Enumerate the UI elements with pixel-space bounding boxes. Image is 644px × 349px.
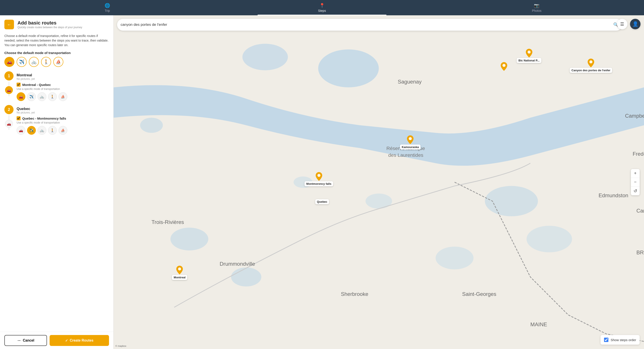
step-1-number: 1	[4, 71, 14, 81]
create-check-icon: ✓	[65, 338, 68, 343]
cancel-button[interactable]: ← ← Cancel	[4, 335, 47, 346]
panel-subtitle: Quickly create routes between the steps …	[18, 26, 82, 29]
back-button[interactable]: ←	[4, 20, 14, 29]
route-2-checkbox[interactable]	[16, 116, 20, 120]
svg-text:Trois-Rivières: Trois-Rivières	[152, 219, 184, 225]
route-1-checkbox[interactable]	[16, 83, 20, 87]
marker-canyon[interactable]: Canyon des portes de l'enfer	[570, 59, 612, 73]
step-1-info: Montreal No pictures, yet	[16, 71, 35, 81]
route-1-sublabel: Use a specific mode of transportation	[16, 88, 109, 91]
zoom-out-button[interactable]: −	[631, 178, 640, 187]
svg-point-8	[140, 118, 163, 133]
svg-rect-0	[114, 15, 644, 349]
left-panel: ← Add basic routes Quickly create routes…	[0, 15, 114, 349]
show-steps-order-control: Show steps order	[600, 335, 640, 345]
panel-title: Add basic routes	[18, 20, 82, 26]
panel-header: ← Add basic routes Quickly create routes…	[0, 15, 114, 32]
tab-trip[interactable]: 🌐 Trip	[0, 0, 215, 15]
menu-button[interactable]: ☰	[617, 19, 628, 29]
route-connector-2: 🚗 Quebec - Montmorency falls Use a speci…	[4, 116, 109, 137]
top-navigation: 🌐 Trip 📍 Steps 📷 Photos	[0, 0, 644, 15]
tab-trip-label: Trip	[105, 9, 110, 13]
marker-kamouraska[interactable]: Kamouraska	[400, 135, 420, 150]
svg-text:Campbell...: Campbell...	[625, 113, 644, 119]
user-avatar-button[interactable]: 👤	[630, 19, 640, 29]
create-routes-button[interactable]: ✓ Create Routes	[50, 335, 109, 346]
route-1-label: Montreal - Quebec	[22, 83, 51, 87]
connector-line-top-2	[9, 116, 9, 120]
svg-text:des Laurentides: des Laurentides	[388, 152, 423, 158]
route-connector-1: 🚗 Montreal - Quebec Use a specific mode …	[4, 82, 109, 104]
marker-montmorency-pin	[316, 172, 322, 181]
mode-walk-button[interactable]: 🚶	[41, 57, 51, 67]
connector-line-bottom-2	[9, 128, 9, 130]
svg-point-25	[318, 174, 320, 177]
route-1-mode-walk[interactable]: 🚶	[48, 92, 57, 101]
route-1-modes: 🚗 ✈️ 🚲 🚶 ⛵	[16, 92, 109, 101]
svg-point-24	[178, 267, 181, 270]
mode-boat-button[interactable]: ⛵	[53, 57, 63, 67]
photos-icon: 📷	[534, 3, 539, 8]
marker-canyon-label: Canyon des portes de l'enfer	[570, 68, 612, 73]
route-1-mode-plane[interactable]: ✈️	[27, 92, 36, 101]
route-2-mode-bike[interactable]: 🚲	[38, 126, 46, 135]
svg-point-28	[528, 51, 530, 54]
marker-quebec-label: Quebec	[315, 199, 329, 204]
svg-text:Edmundston: Edmundston	[598, 192, 628, 198]
steps-icon: 📍	[320, 3, 325, 8]
svg-point-1	[318, 50, 379, 87]
mode-car-button[interactable]: 🚗	[4, 57, 14, 67]
svg-text:MAINE: MAINE	[530, 321, 547, 327]
route-2-mode-walk[interactable]: 🚶	[48, 126, 57, 135]
connector-icon-col-1: 🚗	[4, 82, 14, 96]
route-info-2: Quebec - Montmorency falls Use a specifi…	[16, 116, 109, 137]
tab-photos[interactable]: 📷 Photos	[429, 0, 644, 15]
route-1-mode-boat[interactable]: ⛵	[58, 92, 67, 101]
step-1-subtitle: No pictures, yet	[16, 77, 35, 81]
marker-bic[interactable]: Bic National P...	[517, 49, 541, 63]
tab-steps-label: Steps	[318, 9, 326, 13]
connector-line-top-1	[9, 82, 9, 86]
marker-quebec[interactable]: Quebec	[315, 199, 329, 204]
svg-point-4	[231, 267, 262, 286]
step-2-name: Quebec	[16, 107, 35, 111]
route-2-label: Quebec - Montmorency falls	[22, 117, 66, 120]
route-2-mode-plane[interactable]: ✈️	[27, 126, 36, 135]
trip-icon: 🌐	[105, 3, 110, 8]
mapbox-attr-text: © mapbox	[115, 345, 126, 347]
mode-bike-button[interactable]: 🚲	[29, 57, 39, 67]
route-1-mode-car[interactable]: 🚗	[16, 92, 25, 101]
marker-canyon-pin	[588, 59, 594, 67]
step-2-info: Quebec No pictures, yet	[16, 105, 35, 114]
map-search-input[interactable]	[120, 23, 613, 27]
zoom-reset-button[interactable]: ↺	[631, 187, 640, 195]
route-2-mode-boat[interactable]: ⛵	[58, 126, 67, 135]
svg-point-6	[526, 226, 572, 252]
svg-point-27	[502, 64, 506, 67]
marker-montmorency[interactable]: Montmorency falls	[304, 172, 333, 186]
step-1-name: Montreal	[16, 73, 35, 77]
marker-rimouski[interactable]	[501, 62, 507, 71]
show-steps-checkbox[interactable]	[604, 338, 608, 342]
create-label: Create Routes	[70, 338, 93, 342]
transport-modes: 🚗 ✈️ 🚲 🚶 ⛵	[0, 57, 114, 71]
zoom-in-button[interactable]: +	[631, 169, 640, 178]
route-label-row-1: Montreal - Quebec	[16, 83, 109, 87]
map-header-icons: ☰ 👤	[617, 19, 640, 29]
mode-plane-button[interactable]: ✈️	[16, 57, 27, 67]
tab-photos-label: Photos	[532, 9, 542, 13]
main-container: ← Add basic routes Quickly create routes…	[0, 15, 644, 349]
cancel-label: ← Cancel	[18, 338, 34, 342]
route-info-1: Montreal - Quebec Use a specific mode of…	[16, 82, 109, 104]
route-1-mode-bike[interactable]: 🚲	[38, 92, 46, 101]
svg-text:Frederic...: Frederic...	[633, 151, 644, 157]
route-2-mode-car[interactable]: 🚗	[16, 126, 25, 135]
route-label-row-2: Quebec - Montmorency falls	[16, 116, 109, 120]
svg-point-10	[366, 194, 392, 209]
svg-point-2	[242, 44, 288, 70]
marker-montmorency-label: Montmorency falls	[304, 181, 333, 186]
route-2-modes: 🚗 ✈️ 🚲 🚶 ⛵	[16, 126, 109, 135]
tab-steps[interactable]: 📍 Steps	[215, 0, 430, 15]
marker-montreal[interactable]: Montreal	[172, 266, 187, 280]
panel-description: Choose a default mode of transportation,…	[0, 32, 114, 51]
